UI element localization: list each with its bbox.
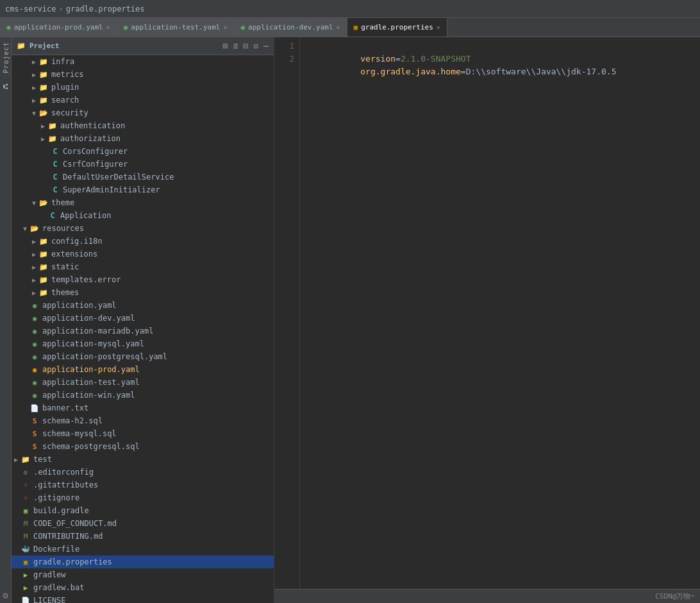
tab-close-icon[interactable]: ✕ bbox=[437, 24, 440, 31]
code-area[interactable]: version=2.1.0-SNAPSHOT org.gradle.java.h… bbox=[300, 37, 700, 589]
tree-item-theme[interactable]: ▼ 📂 theme bbox=[12, 196, 274, 209]
tab-close-icon[interactable]: ✕ bbox=[106, 24, 110, 31]
tree-label: CODE_OF_CONDUCT.md bbox=[33, 519, 117, 528]
tree-item-super-admin[interactable]: C SuperAdminInitializer bbox=[12, 183, 274, 196]
tree-item-schema-mysql-sql[interactable]: S schema-mysql.sql bbox=[12, 427, 274, 440]
tree-item-application-win-yaml[interactable]: ◉ application-win.yaml bbox=[12, 389, 274, 402]
tree-item-resources[interactable]: ▼ 📂 resources bbox=[12, 222, 274, 235]
tab-close-icon[interactable]: ✕ bbox=[337, 24, 340, 31]
title-bar: cms-service › gradle.properties bbox=[0, 0, 700, 18]
file-label: gradle.properties bbox=[66, 4, 145, 13]
class-icon: C bbox=[47, 210, 58, 221]
tree-item-editorconfig[interactable]: ⚙ .editorconfig bbox=[12, 466, 274, 479]
tree-item-application-yaml[interactable]: ◉ application.yaml bbox=[12, 299, 274, 312]
sync-icon[interactable]: ⊞ bbox=[223, 41, 228, 51]
tree-label: application-test.yaml bbox=[42, 378, 140, 387]
tree-item-metrics[interactable]: ▶ 📁 metrics bbox=[12, 68, 274, 81]
tree-item-application[interactable]: C Application bbox=[12, 209, 274, 222]
close-icon[interactable]: — bbox=[263, 41, 269, 51]
project-icon[interactable]: Project bbox=[0, 40, 12, 75]
folder-icon: 📁 bbox=[47, 121, 58, 131]
tree-item-static[interactable]: ▶ 📁 static bbox=[12, 260, 274, 273]
tree-item-application-dev-yaml[interactable]: ◉ application-dev.yaml bbox=[12, 312, 274, 325]
arrow-icon: ▶ bbox=[38, 123, 47, 130]
folder-icon: 📁 bbox=[17, 42, 26, 50]
arrow-icon: ▶ bbox=[29, 84, 38, 91]
tab-gradle-properties[interactable]: ▣ gradle.properties ✕ bbox=[347, 18, 447, 37]
tree-label: authorization bbox=[60, 134, 121, 143]
tree-item-infra[interactable]: ▶ 📁 infra bbox=[12, 55, 274, 68]
tree-item-gitattributes[interactable]: ⑂ .gitattributes bbox=[12, 479, 274, 491]
gear-icon[interactable]: ⚙ bbox=[253, 41, 258, 51]
tree-item-application-test-yaml[interactable]: ◉ application-test.yaml bbox=[12, 376, 274, 389]
tree-item-extensions[interactable]: ▶ 📁 extensions bbox=[12, 248, 274, 260]
tree-label: gradlew.bat bbox=[33, 583, 84, 592]
tree-item-gradlew[interactable]: ▶ gradlew bbox=[12, 568, 274, 581]
yaml-icon: ◉ bbox=[29, 377, 40, 387]
sql-icon: S bbox=[29, 429, 40, 439]
tree-item-security[interactable]: ▼ 📂 security bbox=[12, 106, 274, 119]
line-number-2: 2 bbox=[274, 53, 294, 65]
yaml-active-icon: ◉ bbox=[29, 364, 40, 375]
tab-app-prod[interactable]: ◉ application-prod.yaml ✕ bbox=[0, 18, 117, 37]
tree-item-templates-error[interactable]: ▶ 📁 templates.error bbox=[12, 273, 274, 286]
tree-label: extensions bbox=[51, 250, 97, 259]
tree-item-application-mariadb-yaml[interactable]: ◉ application-mariadb.yaml bbox=[12, 325, 274, 337]
tree-label: application-mysql.yaml bbox=[42, 339, 144, 348]
arrow-icon: ▶ bbox=[29, 71, 38, 78]
tree-item-application-postgresql-yaml[interactable]: ◉ application-postgresql.yaml bbox=[12, 350, 274, 363]
tree-item-contributing[interactable]: M CONTRIBUTING.md bbox=[12, 530, 274, 543]
folder-icon: 📁 bbox=[21, 454, 31, 464]
tree-item-schema-h2-sql[interactable]: S schema-h2.sql bbox=[12, 414, 274, 427]
arrow-icon: ▶ bbox=[29, 58, 38, 65]
settings-icon[interactable]: ⚙ bbox=[1, 590, 11, 600]
tree-item-license[interactable]: 📄 LICENSE bbox=[12, 594, 274, 603]
tree-item-config-i18n[interactable]: ▶ 📁 config.i18n bbox=[12, 235, 274, 248]
tree-label: DefaultUserDetailService bbox=[63, 173, 174, 182]
tree-item-themes[interactable]: ▶ 📁 themes bbox=[12, 286, 274, 299]
sql-icon: S bbox=[29, 416, 40, 426]
tree-label: .gitattributes bbox=[33, 480, 98, 489]
folder-open-icon: 📂 bbox=[38, 108, 49, 118]
tree-label: application.yaml bbox=[42, 301, 117, 310]
tree-item-plugin[interactable]: ▶ 📁 plugin bbox=[12, 81, 274, 94]
tree-item-application-mysql-yaml[interactable]: ◉ application-mysql.yaml bbox=[12, 337, 274, 350]
tree-label: infra bbox=[51, 57, 74, 66]
tree-label: application-mariadb.yaml bbox=[42, 327, 153, 335]
tab-app-dev[interactable]: ◉ application-dev.yaml ✕ bbox=[234, 18, 347, 37]
tree-item-application-prod-yaml[interactable]: ◉ application-prod.yaml bbox=[12, 363, 274, 376]
yaml-icon: ◉ bbox=[29, 300, 40, 310]
tree-label: application-prod.yaml bbox=[42, 365, 140, 374]
tree-item-banner-txt[interactable]: 📄 banner.txt bbox=[12, 402, 274, 414]
yaml-icon: ◉ bbox=[29, 390, 40, 400]
arrow-icon: ▶ bbox=[29, 238, 38, 245]
sql-icon: S bbox=[29, 441, 40, 452]
tree-item-csrf-configurer[interactable]: C CsrfConfigurer bbox=[12, 158, 274, 171]
tree-label: CorsConfigurer bbox=[63, 147, 128, 156]
tree-item-default-user-detail[interactable]: C DefaultUserDetailService bbox=[12, 171, 274, 183]
tree-item-code-of-conduct[interactable]: M CODE_OF_CONDUCT.md bbox=[12, 517, 274, 530]
tree-item-authentication[interactable]: ▶ 📁 authentication bbox=[12, 119, 274, 132]
sidebar-tree: ▶ 📁 infra ▶ 📁 metrics ▶ 📁 plugin bbox=[12, 55, 274, 603]
arrow-icon: ▶ bbox=[29, 289, 38, 296]
tree-item-search[interactable]: ▶ 📁 search bbox=[12, 94, 274, 106]
tree-item-cors-configurer[interactable]: C CorsConfigurer bbox=[12, 145, 274, 158]
tree-item-test[interactable]: ▶ 📁 test bbox=[12, 453, 274, 466]
arrow-icon: ▶ bbox=[29, 97, 38, 104]
collapse-icon[interactable]: ≡ bbox=[233, 41, 238, 51]
tree-item-gitignore[interactable]: ⑂ .gitignore bbox=[12, 491, 274, 504]
tab-close-icon[interactable]: ✕ bbox=[223, 24, 227, 31]
tree-label: build.gradle bbox=[33, 506, 89, 515]
commit-icon[interactable]: ⑆ bbox=[1, 81, 11, 92]
tree-item-dockerfile[interactable]: 🐳 Dockerfile bbox=[12, 543, 274, 556]
tree-item-gradle-properties[interactable]: ▣ gradle.properties bbox=[12, 556, 274, 568]
folder-icon: 📁 bbox=[38, 95, 49, 105]
tree-label: CONTRIBUTING.md bbox=[33, 532, 103, 541]
filter-icon[interactable]: ⊟ bbox=[244, 41, 249, 51]
tree-item-gradlew-bat[interactable]: ▶ gradlew.bat bbox=[12, 581, 274, 594]
tree-item-build-gradle[interactable]: ▣ build.gradle bbox=[12, 504, 274, 517]
tree-label: application-dev.yaml bbox=[42, 314, 135, 323]
tree-item-authorization[interactable]: ▶ 📁 authorization bbox=[12, 132, 274, 145]
tree-item-schema-postgresql-sql[interactable]: S schema-postgresql.sql bbox=[12, 440, 274, 453]
tab-app-test[interactable]: ◉ application-test.yaml ✕ bbox=[117, 18, 235, 37]
